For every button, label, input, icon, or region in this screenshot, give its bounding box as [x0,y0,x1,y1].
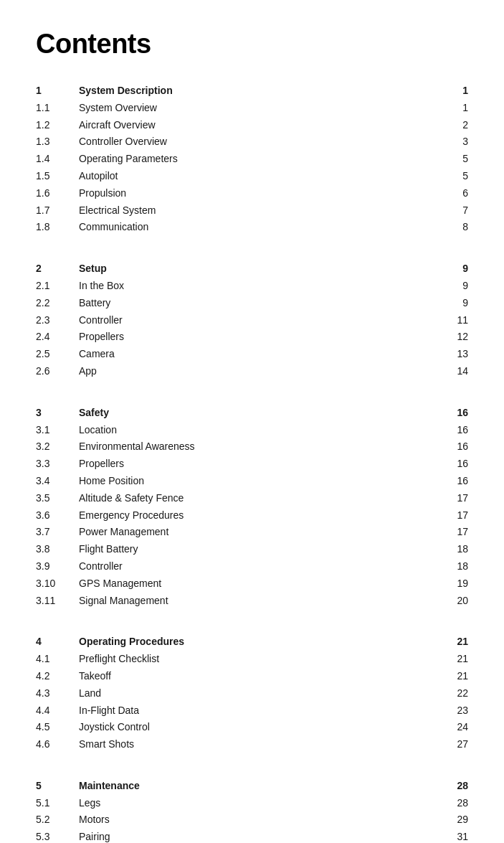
toc-item-page: 16 [447,422,468,439]
toc-item-row: 5.1Legs28 [36,795,468,812]
toc-item-page: 12 [447,329,468,346]
toc-section-header-row: 3Safety16 [36,405,468,422]
toc-item-row: 2.2Battery9 [36,295,468,312]
toc-section-title: Safety [79,405,447,422]
toc-item-page: 22 [447,685,468,702]
toc-item-row: 1.3Controller Overview3 [36,133,468,151]
toc-section-number: 5 [36,778,79,795]
toc-item-title: Operating Parameters [79,151,447,168]
toc-item-title: Electrical System [79,202,447,220]
toc-item-number: 4.2 [36,668,79,685]
toc-item-row: 3.7Power Management17 [36,524,468,541]
toc-item-number: 3.5 [36,490,79,507]
toc-item-page: 21 [447,668,468,685]
toc-item-row: 4.4In-Flight Data23 [36,702,468,720]
toc-item-row: 1.2Aircraft Overview2 [36,117,468,134]
toc-item-page: 5 [447,168,468,185]
toc-item-title: GPS Management [79,575,447,593]
toc-item-row: 4.5Joystick Control24 [36,719,468,736]
toc-item-page: 19 [447,575,468,593]
toc-section-header-row: 2Setup9 [36,260,468,278]
toc-item-title: App [79,363,447,380]
toc-item-row: 3.10 GPS Management19 [36,575,468,593]
toc-section: 3Safety163.1Location163.2Environmental A… [36,405,468,610]
section-spacer [36,249,468,260]
toc-item-page: 18 [447,541,468,558]
toc-section: 2Setup92.1In the Box92.2Battery92.3Contr… [36,260,468,380]
toc-item-title: In the Box [79,278,447,295]
toc-item-number: 5.2 [36,811,79,829]
toc-item-number: 1.1 [36,100,79,117]
toc-section-page: 16 [447,405,468,422]
toc-item-title: Location [79,422,447,439]
toc-section-page: 28 [447,778,468,795]
toc-item-title: Autopilot [79,168,447,185]
toc-item-page: 29 [447,811,468,829]
toc-item-page: 1 [447,100,468,117]
toc-item-row: 3.5Altitude & Safety Fence17 [36,490,468,507]
toc-item-number: 2.5 [36,346,79,363]
toc-item-number: 1.8 [36,219,79,236]
toc-item-title: Propellers [79,329,447,346]
toc-section: 4Operating Procedures214.1Preflight Chec… [36,634,468,753]
toc-item-page: 7 [447,202,468,220]
toc-item-row: 4.6Smart Shots27 [36,736,468,753]
toc-item-page: 6 [447,185,468,202]
toc-item-row: 2.4Propellers12 [36,329,468,346]
toc-item-title: Communication [79,219,447,236]
toc-item-number: 3.2 [36,438,79,456]
toc-item-number: 2.3 [36,312,79,329]
toc-item-title: Camera [79,346,447,363]
toc-item-number: 4.4 [36,702,79,720]
toc-item-row: 1.7Electrical System7 [36,202,468,220]
toc-item-number: 4.6 [36,736,79,753]
toc-item-page: 2 [447,117,468,134]
toc-item-title: Aircraft Overview [79,117,447,134]
toc-item-number: 2.4 [36,329,79,346]
toc-item-page: 16 [447,438,468,456]
toc-section-title: Maintenance [79,778,447,795]
toc-item-row: 3.11 Signal Management20 [36,593,468,610]
toc-item-number: 3.3 [36,456,79,473]
toc-item-number: 4.5 [36,719,79,736]
toc-item-page: 17 [447,490,468,507]
toc-item-title: Preflight Checklist [79,651,447,668]
toc-section-title: Operating Procedures [79,634,447,651]
toc-item-row: 3.9Controller18 [36,558,468,575]
toc-item-row: 5.2Motors29 [36,811,468,829]
toc-item-page: 9 [447,278,468,295]
toc-item-title: Joystick Control [79,719,447,736]
toc-item-row: 3.4Home Position16 [36,473,468,490]
toc-item-page: 16 [447,473,468,490]
toc-item-title: System Overview [79,100,447,117]
toc-item-title: Controller Overview [79,133,447,151]
section-spacer [36,622,468,634]
toc-section-title: Setup [79,260,447,278]
toc-item-page: 11 [447,312,468,329]
toc-container: 1System Description11.1System Overview11… [36,83,468,843]
toc-item-page: 18 [447,558,468,575]
toc-item-row: 3.6Emergency Procedures17 [36,507,468,524]
toc-section: 1System Description11.1System Overview11… [36,83,468,236]
toc-item-title: Controller [79,558,447,575]
toc-item-number: 2.1 [36,278,79,295]
toc-item-page: 31 [447,829,468,843]
toc-item-row: 2.5Camera13 [36,346,468,363]
toc-item-title: Flight Battery [79,541,447,558]
toc-item-page: 28 [447,795,468,812]
toc-item-row: 1.5Autopilot5 [36,168,468,185]
toc-item-page: 9 [447,295,468,312]
section-spacer [36,393,468,405]
toc-item-title: Battery [79,295,447,312]
toc-item-title: Motors [79,811,447,829]
toc-item-number: 1.3 [36,133,79,151]
toc-item-number: 4.1 [36,651,79,668]
toc-item-title: Propellers [79,456,447,473]
toc-item-row: 2.6App14 [36,363,468,380]
toc-item-row: 2.1In the Box9 [36,278,468,295]
toc-item-number: 3.7 [36,524,79,541]
toc-item-title: Smart Shots [79,736,447,753]
toc-item-page: 23 [447,702,468,720]
toc-item-row: 3.2Environmental Awareness16 [36,438,468,456]
toc-item-number: 5.1 [36,795,79,812]
